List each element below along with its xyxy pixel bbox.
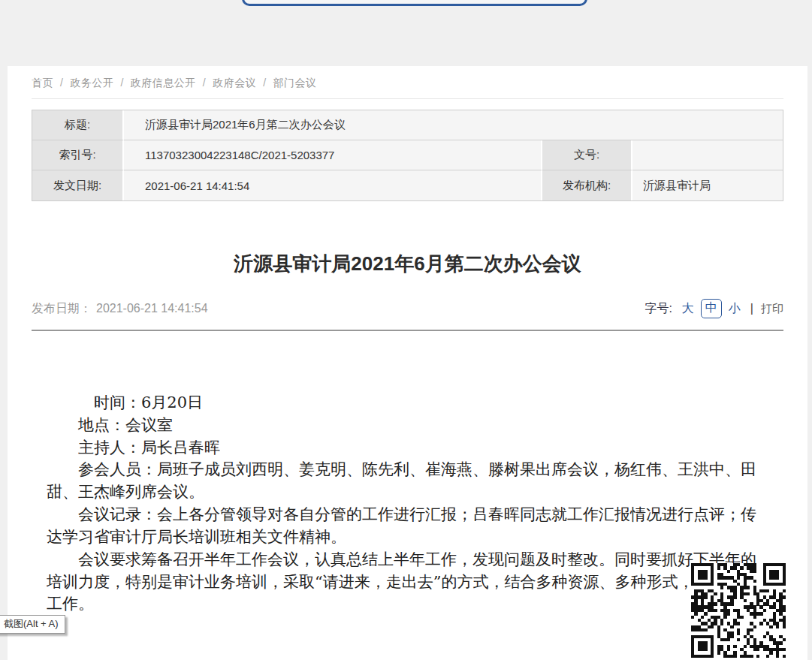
paragraph-place: 地点：会议室 (47, 414, 769, 437)
document-info-table: 标题: 沂源县审计局2021年6月第二次办公会议 索引号: 1137032300… (32, 110, 783, 201)
title-divider (32, 330, 783, 331)
font-size-medium-button[interactable]: 中 (701, 299, 722, 318)
table-row: 索引号: 11370323004223148C/2021-5203377 文号: (32, 140, 783, 170)
issue-date-value: 2021-06-21 14:41:54 (124, 170, 542, 200)
paragraph-requirements: 会议要求筹备召开半年工作会议，认真总结上半年工作，发现问题及时整改。同时要抓好下… (47, 549, 769, 616)
breadcrumb-zwgk[interactable]: 政务公开 (70, 77, 113, 89)
breadcrumb-zfxxgk[interactable]: 政府信息公开 (131, 77, 196, 89)
publish-date: 发布日期：2021-06-21 14:41:54 (32, 301, 208, 317)
paragraph-host: 主持人：局长吕春晖 (47, 437, 769, 460)
font-size-small-button[interactable]: 小 (729, 301, 741, 317)
content-card: 首页/政务公开/政府信息公开/政府会议/部门会议 标题: 沂源县审计局2021年… (8, 66, 807, 660)
table-row: 发文日期: 2021-06-21 14:41:54 发布机构: 沂源县审计局 (32, 170, 783, 200)
font-size-large-button[interactable]: 大 (682, 301, 694, 317)
index-number-value: 11370323004223148C/2021-5203377 (124, 140, 542, 170)
title-label: 标题: (32, 110, 124, 140)
screenshot-tooltip: 截图(Alt + A) (0, 615, 65, 634)
paragraph-minutes: 会议记录：会上各分管领导对各自分管的工作进行汇报；吕春晖同志就工作汇报情况进行点… (47, 504, 769, 549)
breadcrumb-bmhy[interactable]: 部门会议 (273, 77, 317, 89)
table-row: 标题: 沂源县审计局2021年6月第二次办公会议 (32, 110, 783, 140)
font-size-tools: 字号: 大 中 小 | 打印 (644, 299, 783, 318)
breadcrumb: 首页/政务公开/政府信息公开/政府会议/部门会议 (32, 77, 317, 90)
publish-date-label: 发布日期： (32, 302, 92, 315)
doc-number-value (632, 140, 783, 170)
breadcrumb-separator: / (120, 77, 123, 89)
paragraph-attendees: 参会人员：局班子成员刘西明、姜克明、陈先利、崔海燕、滕树果出席会议，杨红伟、王洪… (47, 459, 769, 504)
toolbar-separator: | (750, 302, 753, 315)
article-meta-row: 发布日期：2021-06-21 14:41:54 字号: 大 中 小 | 打印 (32, 299, 783, 318)
print-button[interactable]: 打印 (761, 302, 783, 316)
page-title: 沂源县审计局2021年6月第二次办公会议 (8, 251, 807, 277)
breadcrumb-separator: / (60, 77, 63, 89)
issue-date-label: 发文日期: (32, 170, 124, 200)
breadcrumb-divider (32, 98, 783, 99)
doc-number-label: 文号: (542, 140, 632, 170)
breadcrumb-home[interactable]: 首页 (32, 77, 53, 89)
issuing-org-value: 沂源县审计局 (632, 170, 783, 200)
paragraph-time: 时间：6月20日 (47, 392, 769, 414)
font-size-label: 字号: (644, 301, 672, 317)
search-input[interactable] (242, 0, 587, 6)
breadcrumb-separator: / (203, 77, 206, 89)
title-value: 沂源县审计局2021年6月第二次办公会议 (124, 110, 783, 140)
qr-code-icon (691, 563, 786, 658)
article-body: 时间：6月20日 地点：会议室 主持人：局长吕春晖 参会人员：局班子成员刘西明、… (47, 392, 769, 616)
issuing-org-label: 发布机构: (542, 170, 632, 200)
breadcrumb-separator: / (263, 77, 266, 89)
publish-date-value: 2021-06-21 14:41:54 (96, 302, 208, 315)
page: 首页/政务公开/政府信息公开/政府会议/部门会议 标题: 沂源县审计局2021年… (0, 0, 812, 660)
index-number-label: 索引号: (32, 140, 124, 170)
breadcrumb-zfhy[interactable]: 政府会议 (213, 77, 256, 89)
